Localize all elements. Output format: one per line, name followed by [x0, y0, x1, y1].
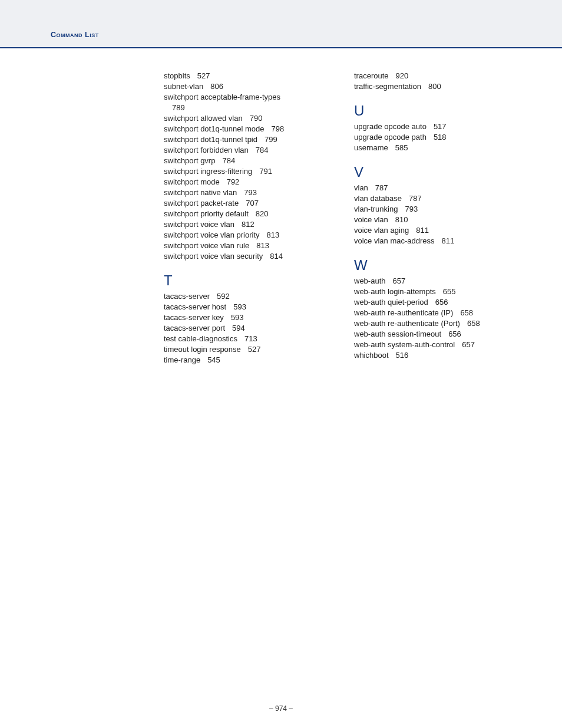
index-entry: switchport dot1q-tunnel mode798	[164, 124, 330, 134]
page-ref: 784	[256, 146, 269, 154]
index-entry: tacacs-server key593	[164, 312, 330, 323]
page-ref: 545	[207, 355, 220, 364]
command-name: web-auth session-timeout	[354, 330, 441, 338]
index-entry: web-auth re-authenticate (IP)658	[354, 308, 521, 318]
page-ref: 813	[256, 241, 269, 250]
command-name: switchport dot1q-tunnel tpid	[164, 135, 257, 144]
page-ref: 792	[227, 177, 240, 186]
command-name: web-auth quiet-period	[354, 298, 428, 307]
page-ref: 585	[395, 143, 408, 152]
index-entry: time-range545	[164, 355, 330, 365]
index-entry: upgrade opcode auto517	[354, 121, 521, 132]
index-entry: subnet-vlan806	[164, 81, 330, 92]
command-name: switchport packet-rate	[164, 199, 239, 207]
index-entry: switchport mode792	[164, 177, 330, 187]
index-entry: web-auth session-timeout656	[354, 329, 521, 340]
command-name: vlan	[354, 183, 368, 192]
command-name: tacacs-server host	[164, 302, 226, 311]
index-entry: web-auth657	[354, 276, 521, 286]
index-entry: switchport acceptable-frame-types	[164, 92, 330, 103]
index-entry: web-auth login-attempts655	[354, 286, 521, 297]
page-ref: 592	[217, 292, 230, 301]
page-ref: 810	[395, 215, 408, 224]
page-ref: 527	[197, 71, 210, 80]
page-ref: 516	[396, 351, 409, 360]
index-entry: switchport packet-rate707	[164, 198, 330, 209]
command-name: username	[354, 143, 388, 152]
column-left: stopbits527subnet-vlan806switchport acce…	[164, 71, 330, 365]
index-entry: whichboot516	[354, 350, 521, 361]
section-letter: V	[354, 164, 521, 180]
index-entry: username585	[354, 143, 521, 153]
page-footer: – 974 –	[0, 704, 562, 713]
index-entry: traceroute920	[354, 71, 521, 81]
command-name: time-range	[164, 355, 200, 364]
page-ref: 657	[462, 340, 475, 349]
command-name: switchport forbidden vlan	[164, 146, 249, 154]
command-name: timeout login response	[164, 345, 241, 354]
command-name: tacacs-server	[164, 292, 210, 301]
index-entry: switchport dot1q-tunnel tpid799	[164, 134, 330, 145]
command-name: voice vlan aging	[354, 226, 409, 235]
page-ref: 820	[256, 209, 269, 218]
page-ref: 787	[409, 194, 422, 203]
index-entry: web-auth quiet-period656	[354, 297, 521, 308]
page-ref: 813	[267, 230, 280, 239]
command-name: traceroute	[354, 71, 389, 80]
command-name: tacacs-server port	[164, 324, 225, 332]
command-name: subnet-vlan	[164, 82, 203, 91]
command-name: web-auth login-attempts	[354, 287, 436, 296]
page-ref: 800	[428, 82, 441, 91]
command-name: switchport voice vlan priority	[164, 230, 260, 239]
command-name: switchport voice vlan rule	[164, 241, 249, 250]
page-ref: 791	[259, 167, 272, 176]
section-letter: T	[164, 272, 330, 289]
index-entry: switchport priority default820	[164, 209, 330, 219]
index-entry: traffic-segmentation800	[354, 81, 521, 92]
command-name: switchport mode	[164, 177, 220, 186]
page-ref: 658	[467, 319, 480, 328]
index-entry: tacacs-server592	[164, 291, 330, 302]
page-ref: 656	[448, 330, 461, 338]
page-ref: 713	[244, 334, 257, 343]
index-entry: test cable-diagnostics713	[164, 334, 330, 344]
page-ref: 793	[244, 188, 257, 197]
page-ref: 793	[405, 205, 418, 213]
index-entry: switchport voice vlan security814	[164, 251, 330, 262]
page-header: Command List	[0, 0, 562, 48]
index-entry: tacacs-server port594	[164, 323, 330, 334]
page-ref: 811	[416, 226, 429, 235]
page-ref: 798	[272, 124, 285, 133]
page-ref: 812	[242, 220, 254, 229]
command-name: switchport ingress-filtering	[164, 167, 252, 176]
index-entry: vlan database787	[354, 193, 521, 204]
page-ref: 707	[246, 199, 259, 207]
index-entry: vlan787	[354, 183, 521, 193]
command-name: vlan-trunking	[354, 205, 398, 213]
column-right: traceroute920traffic-segmentation800Uupg…	[354, 71, 521, 365]
index-entry: switchport voice vlan rule813	[164, 241, 330, 251]
page-ref: 593	[233, 302, 246, 311]
page-ref: 811	[442, 236, 455, 245]
page-ref: 806	[210, 82, 223, 91]
page-ref: 787	[375, 183, 388, 192]
command-name: whichboot	[354, 351, 389, 360]
index-entry-page: 789	[164, 103, 330, 113]
command-name: switchport priority default	[164, 209, 249, 218]
section-letter: W	[354, 257, 521, 274]
command-name: voice vlan mac-address	[354, 236, 435, 245]
index-entry: vlan-trunking793	[354, 204, 521, 215]
command-name: switchport dot1q-tunnel mode	[164, 124, 265, 133]
command-name: web-auth re-authenticate (Port)	[354, 319, 460, 328]
command-name: vlan database	[354, 194, 402, 203]
command-name: switchport voice vlan	[164, 220, 234, 229]
index-entry: voice vlan810	[354, 215, 521, 225]
index-entry: switchport gvrp784	[164, 156, 330, 166]
index-entry: switchport forbidden vlan784	[164, 145, 330, 156]
command-name: switchport acceptable-frame-types	[164, 93, 280, 101]
index-entry: switchport ingress-filtering791	[164, 166, 330, 177]
page-ref: 593	[231, 313, 244, 322]
index-entry: voice vlan mac-address811	[354, 236, 521, 246]
index-entry: web-auth re-authenticate (Port)658	[354, 318, 521, 329]
page-ref: 920	[396, 71, 409, 80]
